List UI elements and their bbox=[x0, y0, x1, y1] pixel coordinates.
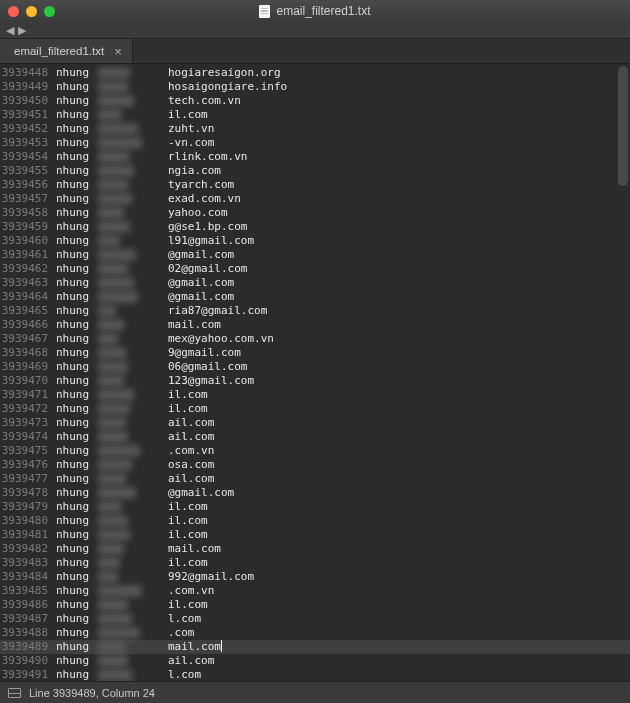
editor-line[interactable]: 3939489nhungmail.com bbox=[0, 640, 630, 654]
editor-line[interactable]: 3939460nhungl91@gmail.com bbox=[0, 234, 630, 248]
tab-active[interactable]: email_filtered1.txt × bbox=[0, 39, 133, 63]
editor-line[interactable]: 3939483nhungil.com bbox=[0, 556, 630, 570]
editor-line[interactable]: 3939461nhung@gmail.com bbox=[0, 248, 630, 262]
line-content: nhungngia.com bbox=[56, 164, 221, 178]
col-domain: mail.com bbox=[168, 318, 221, 332]
tab-label: email_filtered1.txt bbox=[14, 45, 104, 57]
nav-forward-icon[interactable]: ▶ bbox=[18, 24, 26, 37]
col-domain: -vn.com bbox=[168, 136, 214, 150]
line-content: nhungl.com bbox=[56, 612, 201, 626]
line-content: nhung@gmail.com bbox=[56, 276, 234, 290]
editor-line[interactable]: 3939478nhung@gmail.com bbox=[0, 486, 630, 500]
col-domain: il.com bbox=[168, 514, 208, 528]
line-number: 3939482 bbox=[0, 542, 56, 556]
editor-line[interactable]: 3939453nhung-vn.com bbox=[0, 136, 630, 150]
redacted-segment bbox=[98, 234, 168, 248]
zoom-window-icon[interactable] bbox=[44, 6, 55, 17]
editor-line[interactable]: 3939477nhungail.com bbox=[0, 472, 630, 486]
col-user: nhung bbox=[56, 430, 98, 444]
text-cursor bbox=[221, 640, 222, 652]
scrollbar-thumb[interactable] bbox=[618, 66, 628, 186]
editor-line[interactable]: 3939474nhungail.com bbox=[0, 430, 630, 444]
line-content: nhunghogiaresaigon.org bbox=[56, 66, 281, 80]
editor-line[interactable]: 3939481nhungil.com bbox=[0, 528, 630, 542]
editor-line[interactable]: 3939476nhungosa.com bbox=[0, 458, 630, 472]
close-window-icon[interactable] bbox=[8, 6, 19, 17]
col-user: nhung bbox=[56, 542, 98, 556]
minimize-window-icon[interactable] bbox=[26, 6, 37, 17]
col-user: nhung bbox=[56, 164, 98, 178]
col-user: nhung bbox=[56, 304, 98, 318]
scrollbar-vertical[interactable] bbox=[618, 66, 628, 679]
editor-line[interactable]: 3939457nhungexad.com.vn bbox=[0, 192, 630, 206]
editor-line[interactable]: 3939485nhung.com.vn bbox=[0, 584, 630, 598]
editor-line[interactable]: 3939452nhungzuht.vn bbox=[0, 122, 630, 136]
editor-line[interactable]: 3939454nhungrlink.com.vn bbox=[0, 150, 630, 164]
col-user: nhung bbox=[56, 332, 98, 346]
nav-back-icon[interactable]: ◀ bbox=[6, 24, 14, 37]
line-number: 3939474 bbox=[0, 430, 56, 444]
line-content: nhungl.com bbox=[56, 668, 201, 681]
col-user: nhung bbox=[56, 514, 98, 528]
window-title: email_filtered1.txt bbox=[276, 4, 370, 18]
editor-line[interactable]: 3939490nhungail.com bbox=[0, 654, 630, 668]
editor-line[interactable]: 3939473nhungail.com bbox=[0, 416, 630, 430]
line-content: nhungyahoo.com bbox=[56, 206, 228, 220]
editor-line[interactable]: 3939459nhungg@se1.bp.com bbox=[0, 220, 630, 234]
editor-line[interactable]: 3939482nhungmail.com bbox=[0, 542, 630, 556]
editor-line[interactable]: 3939462nhung02@gmail.com bbox=[0, 262, 630, 276]
editor-line[interactable]: 3939487nhungl.com bbox=[0, 612, 630, 626]
line-number: 3939461 bbox=[0, 248, 56, 262]
redacted-segment bbox=[98, 500, 168, 514]
editor-line[interactable]: 3939463nhung@gmail.com bbox=[0, 276, 630, 290]
tab-bar: email_filtered1.txt × bbox=[0, 39, 630, 64]
editor-line[interactable]: 3939448nhunghogiaresaigon.org bbox=[0, 66, 630, 80]
col-user: nhung bbox=[56, 556, 98, 570]
col-domain: mex@yahoo.com.vn bbox=[168, 332, 274, 346]
editor-line[interactable]: 3939480nhungil.com bbox=[0, 514, 630, 528]
panel-switch-icon[interactable] bbox=[8, 688, 21, 698]
editor-line[interactable]: 3939469nhung06@gmail.com bbox=[0, 360, 630, 374]
editor-line[interactable]: 3939468nhung9@gmail.com bbox=[0, 346, 630, 360]
editor-line[interactable]: 3939491nhungl.com bbox=[0, 668, 630, 681]
line-content: nhungail.com bbox=[56, 430, 214, 444]
col-user: nhung bbox=[56, 206, 98, 220]
editor-line[interactable]: 3939458nhungyahoo.com bbox=[0, 206, 630, 220]
redacted-segment bbox=[98, 668, 168, 681]
editor-line[interactable]: 3939486nhungil.com bbox=[0, 598, 630, 612]
editor-line[interactable]: 3939455nhungngia.com bbox=[0, 164, 630, 178]
editor-line[interactable]: 3939484nhung992@gmail.com bbox=[0, 570, 630, 584]
editor-line[interactable]: 3939450nhungtech.com.vn bbox=[0, 94, 630, 108]
editor-line[interactable]: 3939467nhungmex@yahoo.com.vn bbox=[0, 332, 630, 346]
editor-line[interactable]: 3939475nhung.com.vn bbox=[0, 444, 630, 458]
col-user: nhung bbox=[56, 66, 98, 80]
col-user: nhung bbox=[56, 276, 98, 290]
col-domain: mail.com bbox=[168, 542, 221, 556]
col-user: nhung bbox=[56, 668, 98, 681]
col-user: nhung bbox=[56, 598, 98, 612]
titlebar[interactable]: email_filtered1.txt bbox=[0, 0, 630, 22]
editor-line[interactable]: 3939488nhung.com bbox=[0, 626, 630, 640]
col-user: nhung bbox=[56, 472, 98, 486]
line-content: nhungail.com bbox=[56, 654, 214, 668]
line-number: 3939486 bbox=[0, 598, 56, 612]
editor-line[interactable]: 3939465nhungria87@gmail.com bbox=[0, 304, 630, 318]
tab-close-icon[interactable]: × bbox=[114, 45, 122, 58]
col-domain: il.com bbox=[168, 556, 208, 570]
editor-line[interactable]: 3939449nhunghosaigongiare.info bbox=[0, 80, 630, 94]
editor-line[interactable]: 3939456nhungtyarch.com bbox=[0, 178, 630, 192]
line-number: 3939472 bbox=[0, 402, 56, 416]
line-number: 3939483 bbox=[0, 556, 56, 570]
editor-line[interactable]: 3939479nhungil.com bbox=[0, 500, 630, 514]
editor-line[interactable]: 3939451nhungil.com bbox=[0, 108, 630, 122]
redacted-segment bbox=[98, 458, 168, 472]
editor-line[interactable]: 3939470nhung123@gmail.com bbox=[0, 374, 630, 388]
col-user: nhung bbox=[56, 178, 98, 192]
editor-line[interactable]: 3939471nhungil.com bbox=[0, 388, 630, 402]
editor-line[interactable]: 3939472nhungil.com bbox=[0, 402, 630, 416]
editor-line[interactable]: 3939466nhungmail.com bbox=[0, 318, 630, 332]
editor-area[interactable]: 3939448nhunghogiaresaigon.org3939449nhun… bbox=[0, 64, 630, 681]
line-content: nhungosa.com bbox=[56, 458, 214, 472]
editor-line[interactable]: 3939464nhung@gmail.com bbox=[0, 290, 630, 304]
col-domain: il.com bbox=[168, 402, 208, 416]
